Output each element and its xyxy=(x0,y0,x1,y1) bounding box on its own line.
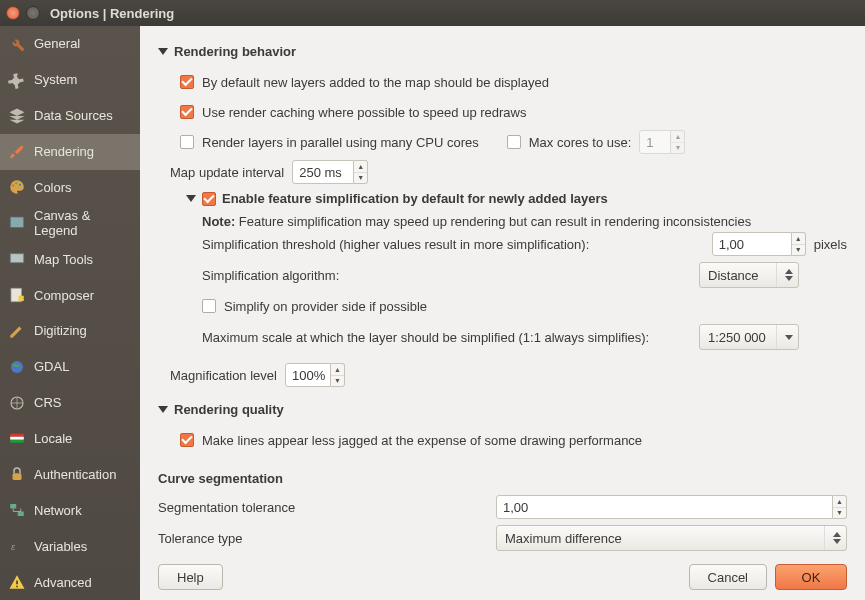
svg-rect-13 xyxy=(10,504,16,509)
sidebar-item-label: General xyxy=(34,36,80,51)
sidebar-item-locale[interactable]: Locale xyxy=(0,421,140,457)
sidebar-item-advanced[interactable]: Advanced xyxy=(0,564,140,600)
svg-rect-4 xyxy=(10,254,24,263)
warning-icon xyxy=(8,573,26,591)
sidebar-item-label: Colors xyxy=(34,180,72,195)
checkbox-parallel[interactable] xyxy=(180,135,194,149)
canvas-icon xyxy=(8,214,26,232)
label: Map update interval xyxy=(170,165,284,180)
tolerance-type-select[interactable]: Maximum difference xyxy=(496,525,847,551)
close-icon[interactable] xyxy=(6,6,20,20)
sidebar-item-gdal[interactable]: GDAL xyxy=(0,349,140,385)
sidebar-item-general[interactable]: General xyxy=(0,26,140,62)
chevron-down-icon xyxy=(158,48,168,55)
checkbox-max-cores[interactable] xyxy=(507,135,521,149)
palette-icon xyxy=(8,178,26,196)
sidebar-item-label: Variables xyxy=(34,539,87,554)
sidebar-item-label: Authentication xyxy=(34,467,116,482)
section-simplification[interactable]: Enable feature simplification by default… xyxy=(186,191,847,206)
tolerance-spinner[interactable]: 1,00▲▼ xyxy=(496,495,847,519)
sidebar-item-map-tools[interactable]: Map Tools xyxy=(0,241,140,277)
checkbox-provider-side[interactable] xyxy=(202,299,216,313)
max-scale-select[interactable]: 1:250 000 xyxy=(699,324,799,350)
map-tools-icon xyxy=(8,250,26,268)
label: Use render caching where possible to spe… xyxy=(202,105,526,120)
svg-point-7 xyxy=(11,361,23,373)
variable-icon: ε xyxy=(8,537,26,555)
layers-icon xyxy=(8,107,26,125)
magnification-spinner[interactable]: 100%▲▼ xyxy=(285,363,345,387)
sidebar-item-label: System xyxy=(34,72,77,87)
sidebar-item-label: Canvas & Legend xyxy=(34,208,132,238)
section-curve-segmentation: Curve segmentation xyxy=(158,471,847,486)
sidebar-item-composer[interactable]: Composer xyxy=(0,277,140,313)
sidebar-item-variables[interactable]: εVariables xyxy=(0,528,140,564)
sidebar: General System Data Sources Rendering Co… xyxy=(0,26,140,600)
flag-icon xyxy=(8,430,26,448)
max-cores-spinner: 1▲▼ xyxy=(639,130,685,154)
checkbox-enable-simplification[interactable] xyxy=(202,192,216,206)
svg-rect-11 xyxy=(10,439,24,442)
checkbox-render-cache[interactable] xyxy=(180,105,194,119)
chevron-down-icon xyxy=(158,406,168,413)
cancel-button[interactable]: Cancel xyxy=(689,564,767,590)
sidebar-item-crs[interactable]: CRS xyxy=(0,385,140,421)
sidebar-item-label: CRS xyxy=(34,395,61,410)
tools-icon xyxy=(8,71,26,89)
sidebar-item-data-sources[interactable]: Data Sources xyxy=(0,98,140,134)
checkbox-antialias[interactable] xyxy=(180,433,194,447)
label: By default new layers added to the map s… xyxy=(202,75,549,90)
section-rendering-behavior[interactable]: Rendering behavior xyxy=(158,44,847,59)
label-unit: pixels xyxy=(814,237,847,252)
label: Simplify on provider side if possible xyxy=(224,299,427,314)
label: Max cores to use: xyxy=(529,135,632,150)
globe-icon xyxy=(8,358,26,376)
sidebar-item-authentication[interactable]: Authentication xyxy=(0,457,140,493)
label: Render layers in parallel using many CPU… xyxy=(202,135,479,150)
window-title: Options | Rendering xyxy=(50,6,174,21)
ok-button[interactable]: OK xyxy=(775,564,847,590)
minimize-icon[interactable] xyxy=(26,6,40,20)
sidebar-item-canvas-legend[interactable]: Canvas & Legend xyxy=(0,205,140,241)
svg-point-0 xyxy=(12,185,14,187)
digitizing-icon xyxy=(8,322,26,340)
lock-icon xyxy=(8,465,26,483)
sidebar-item-label: Map Tools xyxy=(34,252,93,267)
sidebar-item-label: Locale xyxy=(34,431,72,446)
sidebar-item-system[interactable]: System xyxy=(0,62,140,98)
wrench-icon xyxy=(8,35,26,53)
svg-rect-10 xyxy=(10,436,24,439)
checkbox-default-display[interactable] xyxy=(180,75,194,89)
map-update-spinner[interactable]: 250 ms▲▼ xyxy=(292,160,368,184)
titlebar: Options | Rendering xyxy=(0,0,865,26)
sidebar-item-rendering[interactable]: Rendering xyxy=(0,134,140,170)
sidebar-item-label: Advanced xyxy=(34,575,92,590)
svg-rect-3 xyxy=(10,217,24,228)
chevron-down-icon xyxy=(186,195,196,202)
sidebar-item-colors[interactable]: Colors xyxy=(0,170,140,206)
svg-point-2 xyxy=(19,184,21,186)
threshold-spinner[interactable]: 1,00▲▼ xyxy=(712,232,806,256)
sidebar-item-network[interactable]: Network xyxy=(0,492,140,528)
svg-rect-12 xyxy=(13,474,22,481)
sidebar-item-label: Composer xyxy=(34,288,94,303)
sidebar-item-label: Digitizing xyxy=(34,323,87,338)
svg-rect-9 xyxy=(10,433,24,436)
sidebar-item-label: Data Sources xyxy=(34,108,113,123)
label: Make lines appear less jagged at the exp… xyxy=(202,433,642,448)
svg-point-1 xyxy=(15,183,17,185)
help-button[interactable]: Help xyxy=(158,564,223,590)
label: Magnification level xyxy=(170,368,277,383)
svg-text:ε: ε xyxy=(11,541,16,552)
label: Segmentation tolerance xyxy=(158,500,488,515)
crs-icon xyxy=(8,394,26,412)
composer-icon xyxy=(8,286,26,304)
label: Simplification algorithm: xyxy=(202,268,691,283)
sidebar-item-digitizing[interactable]: Digitizing xyxy=(0,313,140,349)
section-rendering-quality[interactable]: Rendering quality xyxy=(158,402,847,417)
algorithm-select[interactable]: Distance xyxy=(699,262,799,288)
sidebar-item-label: GDAL xyxy=(34,359,69,374)
simplification-note: Note: Feature simplification may speed u… xyxy=(202,214,847,229)
sidebar-item-label: Network xyxy=(34,503,82,518)
content-panel: Rendering behavior By default new layers… xyxy=(140,26,865,600)
